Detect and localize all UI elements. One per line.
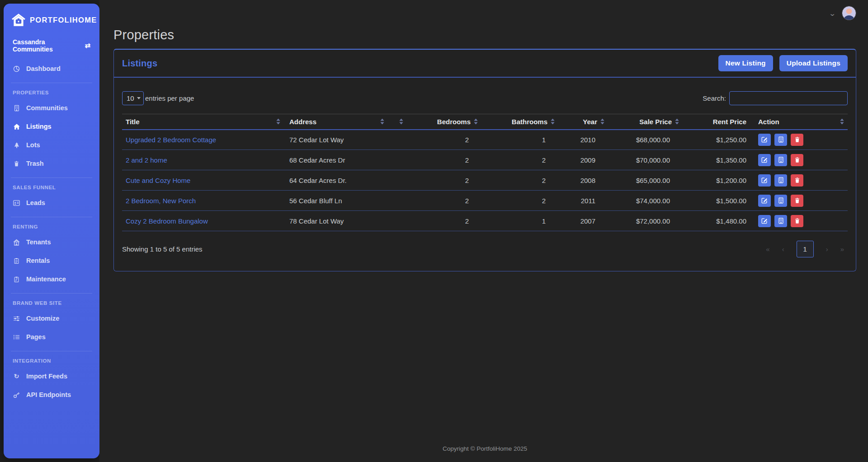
delete-listing-button[interactable]: [791, 134, 803, 146]
listing-title-link[interactable]: 2 and 2 home: [126, 156, 167, 164]
listing-rent-price: $1,250.00: [683, 130, 753, 150]
user-avatar[interactable]: [842, 6, 856, 20]
sidebar-item-label: Maintenance: [26, 275, 66, 283]
sidebar-item-label: Pages: [26, 333, 46, 341]
edit-listing-button[interactable]: [758, 174, 771, 187]
sidebar-item-leads[interactable]: Leads: [11, 196, 92, 210]
sort-icon: [551, 119, 555, 125]
column-header-bedrooms[interactable]: Bedrooms: [407, 114, 481, 130]
listing-title-link[interactable]: Upgraded 2 Bedroom Cottage: [126, 136, 216, 144]
sidebar-item-trash[interactable]: Trash: [11, 157, 92, 170]
chevron-down-icon[interactable]: ⌄: [829, 10, 836, 17]
listing-rent-price: $1,200.00: [683, 170, 753, 191]
table-row: Upgraded 2 Bedroom Cottage 72 Cedar Lot …: [122, 130, 848, 150]
upload-listings-button[interactable]: Upload Listings: [779, 55, 848, 71]
list-icon: [13, 333, 20, 341]
sidebar-section-sales-funnel: SALES FUNNEL Leads: [11, 177, 92, 215]
sidebar-item-label: Lots: [26, 141, 40, 149]
sidebar-section-renting: RENTING Tenants Rentals Maintenance: [11, 217, 92, 291]
sidebar-section-brand-web-site: BRAND WEB SITE Customize Pages: [11, 293, 92, 349]
column-header-action[interactable]: Action: [753, 114, 848, 130]
listing-title-link[interactable]: Cozy 2 Bedroom Bungalow: [126, 217, 208, 225]
sidebar-item-label: Leads: [26, 199, 45, 206]
listing-title-link[interactable]: 2 Bedroom, New Porch: [126, 197, 196, 205]
column-header-empty[interactable]: [388, 114, 407, 130]
empty-cell: [388, 170, 407, 191]
building-icon: [778, 177, 784, 183]
listing-title-link[interactable]: Cute and Cozy Home: [126, 177, 190, 184]
listing-year: 2008: [558, 170, 608, 191]
column-header-rent-price[interactable]: Rent Price: [683, 114, 753, 130]
sidebar-item-dashboard[interactable]: Dashboard: [4, 62, 99, 75]
building-action-button[interactable]: [774, 134, 787, 146]
sidebar-item-api-endpoints[interactable]: API Endpoints: [11, 388, 92, 401]
building-action-button[interactable]: [774, 174, 787, 187]
previous-page-button[interactable]: ‹: [782, 245, 784, 253]
brand-logo[interactable]: PORTFOLIHOME: [4, 14, 99, 26]
pen-square-icon: [761, 157, 768, 163]
delete-listing-button[interactable]: [791, 215, 803, 227]
page-title: Properties: [113, 28, 856, 42]
delete-listing-button[interactable]: [791, 154, 803, 166]
last-page-button[interactable]: »: [840, 245, 844, 253]
trash-icon: [794, 218, 800, 224]
sidebar-item-communities[interactable]: Communities: [11, 101, 92, 115]
tree-icon: [13, 141, 20, 149]
sidebar-item-maintenance[interactable]: Maintenance: [11, 272, 92, 286]
sort-icon: [276, 119, 280, 125]
building-action-button[interactable]: [774, 154, 787, 166]
sidebar-item-tenants[interactable]: Tenants: [11, 235, 92, 249]
next-page-button[interactable]: ›: [826, 245, 828, 253]
sidebar-item-pages[interactable]: Pages: [11, 330, 92, 344]
first-page-button[interactable]: «: [766, 245, 769, 253]
sort-icon: [399, 119, 403, 125]
trash-icon: [794, 197, 800, 204]
section-header: PROPERTIES: [11, 90, 92, 95]
sort-icon: [600, 119, 604, 125]
edit-listing-button[interactable]: [758, 134, 771, 146]
column-header-address[interactable]: Address: [284, 114, 388, 130]
current-page-button[interactable]: 1: [797, 241, 814, 257]
table-controls: 10 entries per page Search:: [122, 91, 848, 105]
card-header: Listings New Listing Upload Listings: [114, 50, 856, 78]
new-listing-button[interactable]: New Listing: [718, 55, 773, 71]
table-footer: Showing 1 to 5 of 5 entries « ‹ 1 › »: [122, 241, 848, 257]
column-header-bathrooms[interactable]: Bathrooms: [481, 114, 558, 130]
listings-table: Title Address Bedrooms Bathrooms Year Sa…: [122, 114, 848, 231]
sidebar-item-customize[interactable]: Customize: [11, 312, 92, 325]
column-header-title[interactable]: Title: [122, 114, 284, 130]
edit-listing-button[interactable]: [758, 195, 771, 207]
workspace-switcher[interactable]: Cassandra Communities ⇄: [4, 38, 99, 53]
avatar-head: [846, 9, 852, 14]
delete-listing-button[interactable]: [791, 174, 803, 187]
sidebar-item-lots[interactable]: Lots: [11, 138, 92, 152]
column-header-year[interactable]: Year: [558, 114, 608, 130]
building-icon: [778, 218, 784, 224]
delete-listing-button[interactable]: [791, 195, 803, 207]
row-actions: [758, 134, 848, 146]
listing-bathrooms: 1: [481, 211, 558, 231]
page-size-select[interactable]: 10: [122, 91, 144, 105]
sidebar-item-rentals[interactable]: Rentals: [11, 254, 92, 267]
listing-bathrooms: 2: [481, 191, 558, 211]
edit-listing-button[interactable]: [758, 215, 771, 227]
building-action-button[interactable]: [774, 215, 787, 227]
table-row: Cute and Cozy Home 64 Cedar Acres Dr. 2 …: [122, 170, 848, 191]
header-buttons: New Listing Upload Listings: [718, 55, 848, 71]
sidebar-item-label: Customize: [26, 315, 59, 322]
column-header-sale-price[interactable]: Sale Price: [608, 114, 683, 130]
search-input[interactable]: [729, 91, 848, 105]
page-size-select-wrap: 10: [122, 91, 144, 105]
house-briefcase-logo-icon: [12, 14, 25, 26]
listing-rent-price: $1,350.00: [683, 150, 753, 170]
trash-icon: [13, 160, 20, 167]
card-title: Listings: [122, 58, 157, 69]
listing-sale-price: $70,000.00: [608, 150, 683, 170]
clipboard-wrench-icon: [13, 275, 20, 283]
card-body: 10 entries per page Search:: [114, 78, 856, 271]
listing-address: 78 Cedar Lot Way: [284, 211, 388, 231]
edit-listing-button[interactable]: [758, 154, 771, 166]
sidebar-item-import-feeds[interactable]: ↻ Import Feeds: [11, 369, 92, 383]
sidebar-item-listings[interactable]: Listings: [11, 120, 92, 133]
building-action-button[interactable]: [774, 195, 787, 207]
